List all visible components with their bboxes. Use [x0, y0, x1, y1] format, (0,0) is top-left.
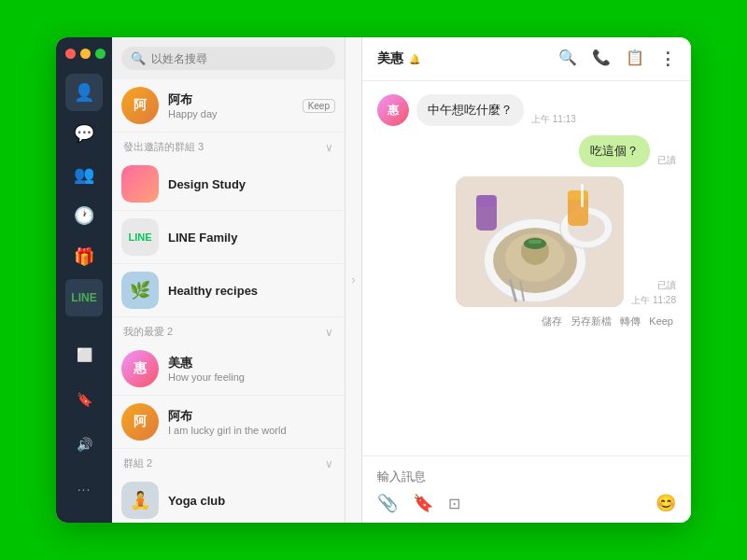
profile-nav-icon[interactable]: 👤 — [65, 74, 103, 111]
chat-list-scroll: 阿 阿布 Happy day Keep 發出邀請的群組 3 ∨ Design S… — [112, 79, 345, 523]
section-invited-groups-chevron[interactable]: ∨ — [325, 141, 333, 154]
chat-info-healthy-recipes: Healthy recipes — [168, 284, 335, 298]
avatar-design-study — [121, 165, 159, 203]
section-groups-title: 群組 2 — [123, 456, 152, 470]
close-button[interactable] — [65, 49, 76, 59]
maximize-button[interactable] — [95, 49, 106, 59]
section-favorites: 我的最愛 2 ∨ — [112, 317, 345, 343]
food-image-svg — [456, 176, 624, 307]
msg-avatar-meihui: 惠 — [377, 94, 409, 126]
chat-name-meihui: 美惠 — [168, 355, 335, 371]
chat-item-line-family[interactable]: LINE LINE Family — [112, 211, 345, 264]
msg-row-incoming-text: 惠 中午想吃什麼？ 上午 11:13 — [377, 94, 676, 126]
search-input-wrap[interactable]: 🔍 — [121, 47, 335, 70]
svg-rect-6 — [529, 240, 542, 244]
msg-bubble-outgoing: 吃這個？ — [579, 135, 650, 167]
history-nav-icon[interactable]: 🕐 — [65, 197, 103, 234]
chat-item-yoga[interactable]: 🧘 Yoga club — [112, 474, 345, 523]
action-forward[interactable]: 轉傳 — [620, 315, 641, 327]
msg-bubble-incoming: 中午想吃什麼？ — [416, 94, 524, 126]
chat-list-panel: 🔍 阿 阿布 Happy day Keep 發出邀請的群組 3 ∨ — [112, 37, 345, 523]
sidebar-nav: 👤 💬 👥 🕐 🎁 LINE ⬜ 🔖 🔊 ··· — [56, 37, 112, 523]
search-bar: 🔍 — [112, 37, 345, 79]
svg-rect-12 — [568, 190, 588, 200]
more-nav-icon[interactable]: ··· — [65, 470, 103, 508]
notes-icon[interactable]: 📋 — [626, 49, 644, 69]
chat-header-icons: 🔍 📞 📋 ⋮ — [558, 49, 676, 69]
chat-info-abu: 阿布 Happy day — [168, 91, 299, 119]
msg-row-outgoing-image: 已讀 上午 11:28 — [456, 176, 676, 307]
chat-nav-icon[interactable]: 💬 — [65, 115, 103, 152]
chat-name-abu: 阿布 — [168, 91, 299, 108]
keep-badge-abu: Keep — [303, 99, 335, 113]
msg-time-image: 上午 11:28 — [631, 294, 676, 307]
message-input[interactable] — [377, 466, 676, 487]
chat-info-yoga: Yoga club — [168, 494, 335, 508]
msg-group-image: 已讀 上午 11:28 — [377, 176, 676, 329]
keep-toolbar-icon[interactable]: 🔖 — [413, 493, 433, 513]
chat-preview-abu-fav: I am lucky girl in the world — [168, 425, 335, 436]
messages-area: 惠 中午想吃什麼？ 上午 11:13 已讀 吃這個？ 已讀 上午 11:28 — [362, 81, 691, 455]
emoji-icon[interactable]: 😊 — [655, 493, 676, 513]
svg-rect-13 — [581, 184, 584, 207]
attachment-icon[interactable]: 📎 — [377, 493, 398, 513]
chat-info-abu-fav: 阿布 I am lucky girl in the world — [168, 408, 335, 436]
action-keep[interactable]: Keep — [649, 315, 673, 327]
section-groups: 群組 2 ∨ — [112, 449, 345, 474]
chat-header-name: 美惠 🔔 — [377, 50, 558, 67]
avatar-healthy-recipes: 🌿 — [121, 272, 159, 309]
call-icon[interactable]: 📞 — [592, 49, 611, 69]
add-friend-nav-icon[interactable]: 👥 — [65, 156, 103, 193]
section-invited-groups-title: 發出邀請的群組 3 — [123, 140, 204, 154]
collapse-arrow[interactable]: › — [345, 37, 362, 523]
chat-item-healthy-recipes[interactable]: 🌿 Healthy recipes — [112, 264, 345, 317]
msg-image-food — [456, 176, 624, 307]
search-input[interactable] — [151, 52, 326, 65]
section-invited-groups: 發出邀請的群組 3 ∨ — [112, 133, 345, 158]
avatar-abu-fav: 阿 — [121, 403, 159, 441]
chat-info-design-study: Design Study — [168, 177, 335, 191]
chat-item-meihui[interactable]: 惠 美惠 How your feeling — [112, 343, 345, 396]
contact-name-text: 美惠 — [377, 50, 403, 67]
section-favorites-chevron[interactable]: ∨ — [325, 326, 333, 339]
mute-icon: 🔔 — [409, 54, 420, 64]
bookmark-nav-icon[interactable]: 🔖 — [65, 381, 103, 418]
chat-name-line-family: LINE Family — [168, 231, 335, 245]
chat-header: 美惠 🔔 🔍 📞 📋 ⋮ — [362, 37, 691, 81]
capture-nav-icon[interactable]: ⬜ — [65, 336, 103, 373]
avatar-line-family: LINE — [121, 218, 159, 256]
msg-time-incoming: 上午 11:13 — [531, 113, 576, 126]
sticker-nav-icon[interactable]: 🎁 — [65, 238, 103, 275]
chat-preview-meihui: How your feeling — [168, 371, 335, 383]
chat-item-design-study[interactable]: Design Study — [112, 158, 345, 211]
input-area: 📎 🔖 ⊡ 😊 — [362, 455, 691, 523]
input-toolbar: 📎 🔖 ⊡ 😊 — [377, 487, 676, 513]
msg-read-label: 已讀 — [657, 154, 676, 167]
minimize-button[interactable] — [80, 49, 91, 59]
chat-preview-abu: Happy day — [168, 108, 299, 119]
chat-item-abu-fav[interactable]: 阿 阿布 I am lucky girl in the world — [112, 396, 345, 449]
chat-info-line-family: LINE Family — [168, 231, 335, 245]
avatar-meihui: 惠 — [121, 350, 159, 387]
chat-name-yoga: Yoga club — [168, 494, 335, 508]
avatar-yoga: 🧘 — [121, 482, 159, 519]
more-options-icon[interactable]: ⋮ — [659, 49, 676, 69]
chat-name-design-study: Design Study — [168, 177, 335, 191]
chat-item-abu-direct[interactable]: 阿 阿布 Happy day Keep — [112, 79, 345, 133]
action-save[interactable]: 儲存 — [542, 315, 562, 327]
section-favorites-title: 我的最愛 2 — [123, 325, 173, 339]
section-groups-chevron[interactable]: ∨ — [325, 457, 333, 470]
msg-image-meta: 已讀 上午 11:28 — [631, 279, 676, 307]
search-chat-icon[interactable]: 🔍 — [558, 49, 577, 69]
action-save-as[interactable]: 另存新檔 — [571, 315, 612, 327]
traffic-lights — [56, 49, 106, 59]
line-nav-icon[interactable]: LINE — [65, 279, 103, 316]
msg-read-image: 已讀 — [657, 279, 676, 292]
msg-actions: 儲存 另存新檔 轉傳 Keep — [539, 315, 676, 329]
app-window: 👤 💬 👥 🕐 🎁 LINE ⬜ 🔖 🔊 ··· 🔍 阿 阿布 — [56, 37, 691, 523]
screen-capture-icon[interactable]: ⊡ — [448, 495, 460, 512]
svg-rect-10 — [476, 195, 497, 206]
chat-name-healthy-recipes: Healthy recipes — [168, 284, 335, 298]
chat-info-meihui: 美惠 How your feeling — [168, 355, 335, 383]
speaker-nav-icon[interactable]: 🔊 — [65, 426, 103, 463]
